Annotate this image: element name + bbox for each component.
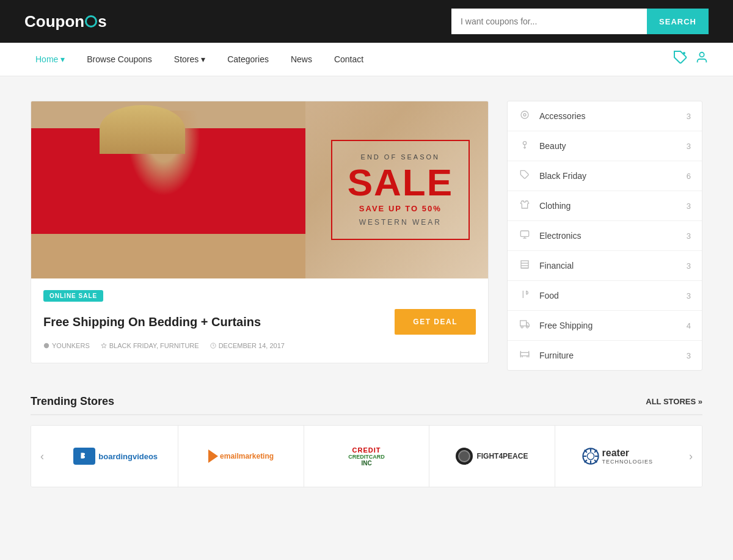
sidebar-item-furniture[interactable]: Furniture 3 bbox=[508, 341, 702, 370]
email-text: emailmarketing bbox=[220, 452, 274, 460]
svg-point-6 bbox=[521, 111, 528, 118]
main-nav: Home ▾ Browse Coupons Stores ▾ Categorie… bbox=[0, 43, 733, 76]
nav-home[interactable]: Home ▾ bbox=[24, 43, 76, 75]
nav-contact[interactable]: Contact bbox=[323, 43, 374, 75]
svg-point-8 bbox=[523, 142, 526, 145]
logo-text: Coupon bbox=[24, 12, 84, 31]
deal-title-row: Free Shipping On Bedding + Curtains GET … bbox=[43, 309, 476, 335]
nav-stores[interactable]: Stores ▾ bbox=[163, 43, 216, 75]
search-button[interactable]: SEARCH bbox=[647, 9, 709, 34]
credit-text-mid: CREDITCARD bbox=[348, 454, 385, 460]
sidebar-item-beauty[interactable]: Beauty 3 bbox=[508, 131, 702, 161]
clothing-label: Clothing bbox=[539, 201, 687, 211]
svg-point-2 bbox=[699, 53, 704, 57]
nav-icons bbox=[673, 50, 709, 68]
deal-tag: ONLINE SALE bbox=[43, 290, 103, 302]
food-count: 3 bbox=[687, 291, 691, 300]
store-card-creditcard[interactable]: CREDIT CREDITCARD INC bbox=[304, 426, 429, 487]
freeshipping-count: 4 bbox=[687, 321, 691, 330]
deal-sale-sub: SAVE UP TO 50% bbox=[348, 204, 453, 213]
sidebar: Accessories 3 Beauty 3 Black Friday 6 bbox=[507, 101, 702, 371]
accessories-label: Accessories bbox=[539, 111, 687, 121]
deal-sale-label: END OF SEASON bbox=[348, 153, 453, 161]
greater-text: reater bbox=[602, 448, 629, 458]
blackfriday-label: Black Friday bbox=[539, 171, 687, 181]
svg-rect-18 bbox=[521, 261, 528, 268]
deal-card-body: ONLINE SALE Free Shipping On Bedding + C… bbox=[31, 278, 488, 363]
deal-sale-store: WESTERN WEAR bbox=[348, 218, 453, 227]
food-icon bbox=[519, 289, 531, 302]
electronics-count: 3 bbox=[687, 231, 691, 241]
financial-label: Financial bbox=[539, 261, 687, 271]
store-card-greater[interactable]: reater TECHNOLOGIES bbox=[555, 426, 680, 487]
deal-store: YOUNKERS bbox=[43, 342, 90, 349]
furniture-label: Furniture bbox=[539, 351, 687, 360]
accessories-icon bbox=[519, 110, 531, 122]
freeshipping-label: Free Shipping bbox=[539, 321, 687, 330]
financial-count: 3 bbox=[687, 261, 691, 271]
email-triangle-icon bbox=[208, 449, 218, 463]
freeshipping-icon bbox=[519, 319, 531, 332]
store-card-boarding[interactable]: b boardingvideos bbox=[53, 426, 178, 487]
logo-icon bbox=[85, 15, 97, 27]
sidebar-item-blackfriday[interactable]: Black Friday 6 bbox=[508, 161, 702, 191]
credit-text-bottom: INC bbox=[348, 460, 385, 467]
deal-card: END OF SEASON SALE SAVE UP TO 50% WESTER… bbox=[31, 101, 489, 363]
deal-sale-box: END OF SEASON SALE SAVE UP TO 50% WESTER… bbox=[331, 140, 470, 240]
deal-tags: BLACK FRIDAY, FURNITURE bbox=[101, 342, 199, 349]
deal-date: DECEMBER 14, 2017 bbox=[210, 342, 285, 349]
furniture-icon bbox=[519, 349, 531, 362]
svg-marker-4 bbox=[101, 343, 106, 348]
search-input[interactable] bbox=[451, 9, 647, 34]
beauty-count: 3 bbox=[687, 142, 691, 151]
deal-image: END OF SEASON SALE SAVE UP TO 50% WESTER… bbox=[31, 101, 488, 278]
svg-point-23 bbox=[527, 326, 528, 328]
financial-icon bbox=[519, 260, 531, 272]
accessories-count: 3 bbox=[687, 112, 691, 121]
all-stores-link[interactable]: ALL STORES » bbox=[646, 397, 702, 406]
carousel-prev-button[interactable]: ‹ bbox=[31, 426, 53, 487]
food-label: Food bbox=[539, 291, 687, 300]
clothing-count: 3 bbox=[687, 202, 691, 211]
svg-point-30 bbox=[587, 453, 594, 459]
nav-categories[interactable]: Categories bbox=[216, 43, 280, 75]
sidebar-item-electronics[interactable]: Electronics 3 bbox=[508, 221, 702, 251]
sidebar-item-accessories[interactable]: Accessories 3 bbox=[508, 101, 702, 131]
sidebar-category-list: Accessories 3 Beauty 3 Black Friday 6 bbox=[507, 101, 702, 371]
logo-suffix: s bbox=[98, 12, 106, 31]
fight-icon bbox=[456, 448, 473, 465]
carousel-next-button[interactable]: › bbox=[680, 426, 702, 487]
trending-title: Trending Stores bbox=[31, 395, 114, 408]
svg-point-7 bbox=[523, 114, 526, 116]
search-bar: SEARCH bbox=[451, 9, 709, 34]
svg-point-1 bbox=[683, 52, 685, 54]
stores-track: b boardingvideos emailmarketing CREDIT bbox=[53, 426, 680, 487]
site-logo[interactable]: Coupon s bbox=[24, 12, 107, 31]
nav-links: Home ▾ Browse Coupons Stores ▾ Categorie… bbox=[24, 43, 374, 75]
tag-icon[interactable] bbox=[673, 50, 688, 68]
nav-news[interactable]: News bbox=[280, 43, 323, 75]
deal-meta: YOUNKERS BLACK FRIDAY, FURNITURE DECEMBE… bbox=[43, 342, 476, 349]
store-card-email[interactable]: emailmarketing bbox=[178, 426, 304, 487]
greater-sub: TECHNOLOGIES bbox=[602, 459, 654, 465]
store-card-fight4peace[interactable]: FIGHT4PEACE bbox=[429, 426, 555, 487]
fight-text: FIGHT4PEACE bbox=[476, 452, 528, 460]
sidebar-item-financial[interactable]: Financial 3 bbox=[508, 251, 702, 281]
boarding-icon: b bbox=[73, 448, 95, 465]
boarding-text: boardingvideos bbox=[98, 452, 158, 461]
get-deal-button[interactable]: GET DEAL bbox=[395, 309, 476, 335]
sidebar-item-clothing[interactable]: Clothing 3 bbox=[508, 191, 702, 221]
svg-point-22 bbox=[521, 326, 523, 328]
credit-text-top: CREDIT bbox=[348, 446, 385, 454]
stores-carousel: ‹ b boardingvideos bbox=[31, 425, 702, 487]
deal-sale-text: SALE bbox=[348, 164, 453, 202]
svg-rect-21 bbox=[520, 321, 527, 326]
sidebar-item-food[interactable]: Food 3 bbox=[508, 281, 702, 311]
beauty-label: Beauty bbox=[539, 141, 687, 151]
nav-browse-coupons[interactable]: Browse Coupons bbox=[76, 43, 163, 75]
site-header: Coupon s SEARCH bbox=[0, 0, 733, 43]
greater-gear-icon bbox=[582, 448, 599, 465]
sidebar-item-freeshipping[interactable]: Free Shipping 4 bbox=[508, 311, 702, 341]
deal-title: Free Shipping On Bedding + Curtains bbox=[43, 315, 261, 329]
user-icon[interactable] bbox=[695, 51, 709, 68]
